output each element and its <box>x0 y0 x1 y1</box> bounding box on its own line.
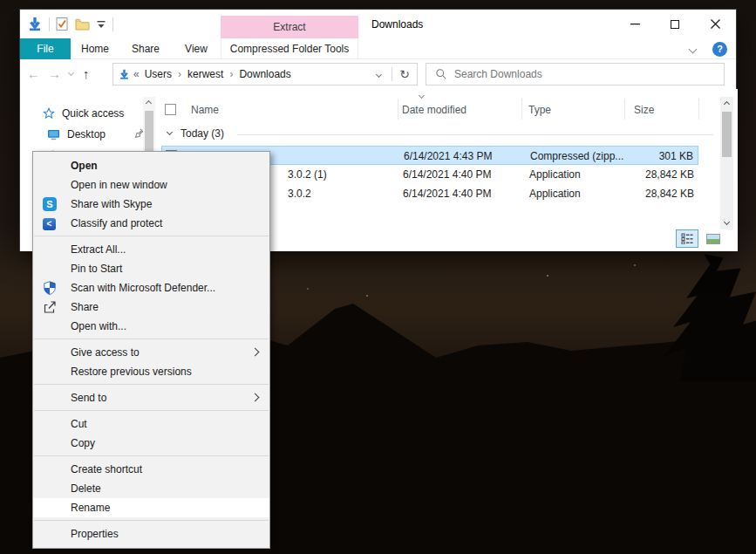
star <box>307 288 309 290</box>
breadcrumb-kerwest[interactable]: kerwest <box>187 68 223 80</box>
new-folder-icon[interactable] <box>75 18 90 31</box>
close-button[interactable] <box>695 10 735 38</box>
back-icon[interactable]: ← <box>27 66 40 82</box>
column-divider[interactable] <box>624 99 625 120</box>
file-size: 301 KB <box>659 150 693 162</box>
menu-item-open[interactable]: Open <box>33 156 269 175</box>
expand-ribbon-chevron-icon[interactable] <box>689 45 698 54</box>
menu-item-open-in-new-window[interactable]: Open in new window <box>33 175 269 195</box>
defender-icon <box>43 281 57 295</box>
menu-item-label: Give access to <box>71 346 140 359</box>
divider <box>112 17 113 31</box>
scrollbar-thumb[interactable] <box>722 112 732 157</box>
column-divider[interactable] <box>398 99 398 120</box>
scroll-up-icon[interactable] <box>724 101 730 107</box>
file-date: 6/14/2021 4:40 PM <box>403 168 491 181</box>
menu-item-give-access-to[interactable]: Give access to <box>33 343 269 362</box>
scroll-down-icon[interactable] <box>724 219 730 225</box>
menu-item-scan-with-defender[interactable]: Scan with Microsoft Defender... <box>33 278 269 298</box>
divider <box>392 67 392 81</box>
breadcrumb-overflow-icon[interactable]: « <box>133 68 140 80</box>
menu-item-delete[interactable]: Delete <box>33 479 269 498</box>
menu-separator <box>34 455 269 456</box>
breadcrumb-downloads[interactable]: Downloads <box>239 68 290 80</box>
downloads-folder-icon <box>119 69 130 80</box>
recent-locations-chevron-icon[interactable] <box>68 70 74 76</box>
column-header-date-modified[interactable]: Date modified <box>402 104 467 116</box>
star <box>366 295 368 297</box>
menu-item-rename[interactable]: Rename <box>33 498 269 517</box>
share-icon <box>43 300 57 314</box>
menu-separator <box>34 410 269 411</box>
refresh-icon[interactable]: ↻ <box>399 67 410 81</box>
menu-item-properties[interactable]: Properties <box>33 524 269 544</box>
sidebar-item-quick-access[interactable]: Quick access <box>20 104 142 123</box>
group-header-today[interactable]: Today (3) <box>160 126 738 143</box>
scrollbar-thumb[interactable] <box>145 111 153 156</box>
help-icon[interactable]: ? <box>712 42 727 57</box>
up-icon[interactable]: ↑ <box>83 66 90 82</box>
menu-separator <box>34 236 269 236</box>
column-divider[interactable] <box>698 99 699 120</box>
details-view-icon <box>681 233 693 244</box>
menu-separator <box>34 339 269 339</box>
quick-access-star-icon <box>43 107 55 120</box>
tab-file[interactable]: File <box>20 38 71 59</box>
column-divider[interactable] <box>521 99 522 120</box>
menu-item-restore-previous-versions[interactable]: Restore previous versions <box>33 362 269 381</box>
menu-item-cut[interactable]: Cut <box>33 414 269 434</box>
details-view-button[interactable] <box>676 229 698 248</box>
menu-item-share[interactable]: Share <box>33 298 269 317</box>
maximize-button[interactable] <box>655 10 695 38</box>
column-header-size[interactable]: Size <box>634 104 654 116</box>
large-icons-view-icon <box>706 234 720 244</box>
menu-item-label: Share <box>71 301 99 313</box>
menu-item-create-shortcut[interactable]: Create shortcut <box>33 460 269 479</box>
downloads-folder-icon <box>27 17 43 32</box>
menu-item-label: Share with Skype <box>71 198 152 210</box>
menu-item-send-to[interactable]: Send to <box>33 388 269 407</box>
column-header-name[interactable]: Name <box>191 104 219 116</box>
properties-checkbox-icon[interactable] <box>56 17 69 31</box>
menu-item-pin-to-start[interactable]: Pin to Start <box>33 259 269 278</box>
menu-item-copy[interactable]: Copy <box>33 434 269 453</box>
file-type: Application <box>529 168 581 181</box>
submenu-chevron-icon <box>251 348 260 357</box>
breadcrumb-separator-icon: › <box>229 68 233 80</box>
tab-share[interactable]: Share <box>121 38 170 59</box>
tab-view[interactable]: View <box>172 38 221 59</box>
menu-item-share-with-skype[interactable]: S Share with Skype <box>33 195 269 214</box>
file-size: 28,842 KB <box>645 168 694 181</box>
select-all-checkbox[interactable] <box>165 104 176 115</box>
ribbon-tab-bar: File Home Share View Compressed Folder T… <box>20 38 736 59</box>
file-list-scrollbar[interactable] <box>720 97 733 229</box>
context-menu: Open Open in new window S Share with Sky… <box>32 151 270 549</box>
column-header-row: Name Date modified Type Size <box>160 97 738 121</box>
tab-home[interactable]: Home <box>71 38 119 59</box>
menu-item-classify-and-protect[interactable]: < Classify and protect <box>33 214 269 233</box>
menu-separator <box>34 384 269 385</box>
address-bar[interactable]: « Users › kerwest › Downloads ↻ <box>112 63 418 85</box>
desktop-monitor-icon <box>47 129 60 140</box>
sidebar-item-desktop[interactable]: Desktop <box>20 125 142 144</box>
contextual-tab-header[interactable]: Extract <box>221 16 358 38</box>
large-icons-view-button[interactable] <box>704 229 723 248</box>
group-label: Today (3) <box>180 127 224 140</box>
menu-item-extract-all[interactable]: Extract All... <box>33 240 269 259</box>
breadcrumb-users[interactable]: Users <box>145 68 172 80</box>
search-box[interactable] <box>426 63 725 85</box>
breadcrumb-separator-icon: › <box>178 68 181 80</box>
column-header-type[interactable]: Type <box>528 104 551 116</box>
classify-icon: < <box>43 218 56 230</box>
minimize-button[interactable] <box>615 10 655 38</box>
collapse-group-chevron-icon[interactable] <box>167 129 173 135</box>
forward-icon[interactable]: → <box>48 66 61 82</box>
address-dropdown-chevron-icon[interactable] <box>376 71 382 77</box>
quick-access-toolbar <box>27 10 113 38</box>
maximize-icon <box>671 20 679 29</box>
scroll-up-icon[interactable] <box>146 100 152 106</box>
search-input[interactable] <box>454 68 724 80</box>
tab-compressed-folder-tools[interactable]: Compressed Folder Tools <box>221 38 358 59</box>
menu-item-open-with[interactable]: Open with... <box>33 317 269 336</box>
customize-qat-dropdown-icon[interactable] <box>96 19 106 30</box>
